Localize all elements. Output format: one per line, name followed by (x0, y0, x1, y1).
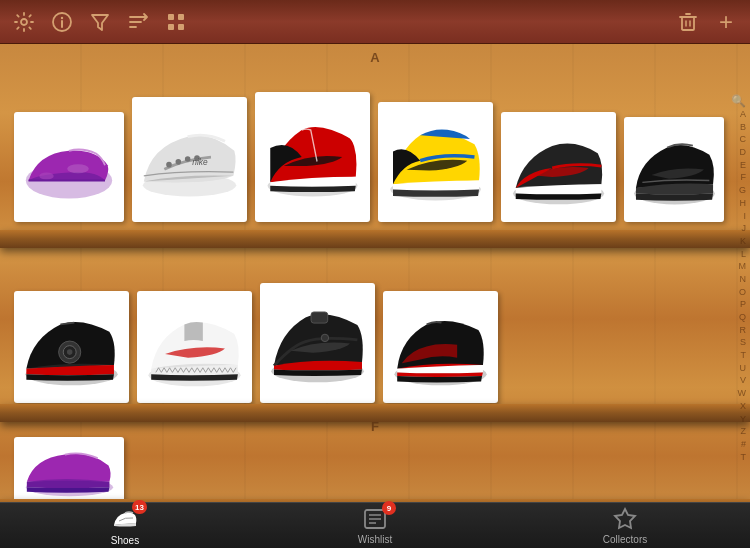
tab-collectors[interactable]: Collectors (585, 506, 665, 545)
settings-icon[interactable] (12, 10, 36, 34)
alpha-m[interactable]: M (731, 261, 746, 273)
svg-point-23 (184, 156, 190, 162)
svg-rect-36 (311, 312, 328, 323)
tab-shoes-label: Shoes (111, 535, 139, 546)
alpha-p[interactable]: P (731, 299, 746, 311)
svg-rect-12 (682, 17, 694, 30)
alpha-r[interactable]: R (731, 325, 746, 337)
alpha-v[interactable]: V (731, 375, 746, 387)
shelf-area: 🔍 A B C D E F G H I J K L M N O P Q R S … (0, 44, 750, 502)
tab-wishlist-icon-wrap: 9 (362, 506, 388, 532)
grid-icon[interactable] (164, 10, 188, 34)
svg-point-21 (166, 161, 172, 167)
svg-rect-11 (178, 24, 184, 30)
alpha-d[interactable]: D (731, 147, 746, 159)
alpha-f[interactable]: F (731, 172, 746, 184)
tab-wishlist-label: Wishlist (358, 534, 392, 545)
alpha-c[interactable]: C (731, 134, 746, 146)
shoe-item[interactable] (378, 102, 493, 222)
alpha-hash[interactable]: # (731, 439, 746, 451)
alpha-i[interactable]: I (731, 211, 746, 223)
svg-point-3 (61, 16, 63, 18)
shoe-item[interactable] (260, 283, 375, 403)
shoe-item[interactable] (501, 112, 616, 222)
shoe-item[interactable] (383, 291, 498, 403)
tab-wishlist[interactable]: 9 Wishlist (335, 506, 415, 545)
alpha-u[interactable]: U (731, 363, 746, 375)
alpha-g[interactable]: G (731, 185, 746, 197)
shoe-item[interactable]: nike (132, 97, 247, 222)
alpha-s[interactable]: S (731, 337, 746, 349)
tab-collectors-label: Collectors (603, 534, 647, 545)
svg-marker-44 (615, 509, 635, 528)
alpha-y[interactable]: Y (731, 414, 746, 426)
alpha-o[interactable]: O (731, 287, 746, 299)
svg-text:nike: nike (192, 156, 208, 166)
shelf-row-2 (0, 248, 750, 403)
svg-rect-9 (178, 14, 184, 20)
alpha-h[interactable]: H (731, 198, 746, 210)
toolbar-left (12, 10, 188, 34)
svg-point-37 (321, 334, 328, 341)
alpha-a[interactable]: A (731, 109, 746, 121)
svg-point-0 (21, 19, 27, 25)
svg-marker-4 (92, 15, 108, 30)
toolbar-right: + (676, 10, 738, 34)
alpha-e[interactable]: E (731, 160, 746, 172)
shoe-item[interactable] (14, 437, 124, 502)
alpha-index: 🔍 A B C D E F G H I J K L M N O P Q R S … (731, 94, 746, 463)
alpha-k[interactable]: K (731, 236, 746, 248)
shelf-plank-1 (0, 230, 750, 248)
alpha-q[interactable]: Q (731, 312, 746, 324)
sort-icon[interactable] (126, 10, 150, 34)
svg-rect-8 (168, 14, 174, 20)
tab-shoes-badge: 13 (132, 500, 147, 514)
svg-rect-10 (168, 24, 174, 30)
tab-shoes-icon-wrap: 13 (111, 505, 139, 533)
alpha-x[interactable]: X (731, 401, 746, 413)
shoe-item[interactable] (14, 291, 129, 403)
svg-point-19 (67, 164, 89, 173)
toolbar: + (0, 0, 750, 44)
shoe-item[interactable] (255, 92, 370, 222)
shoe-item[interactable] (137, 291, 252, 403)
alpha-j[interactable]: J (731, 223, 746, 235)
shelf-row-3 (0, 430, 750, 502)
alpha-n[interactable]: N (731, 274, 746, 286)
alpha-b[interactable]: B (731, 122, 746, 134)
alpha-t-bottom[interactable]: T (731, 452, 746, 464)
shoe-item[interactable] (624, 117, 724, 222)
svg-point-22 (175, 159, 181, 165)
tab-wishlist-badge: 9 (382, 501, 396, 515)
tab-bar: 13 Shoes 9 Wishlist Collectors (0, 502, 750, 548)
filter-icon[interactable] (88, 10, 112, 34)
add-button[interactable]: + (714, 10, 738, 34)
tab-collectors-icon-wrap (612, 506, 638, 532)
svg-point-33 (66, 349, 72, 355)
alpha-l[interactable]: L (731, 249, 746, 261)
search-icon-alpha[interactable]: 🔍 (731, 94, 746, 108)
svg-point-18 (39, 172, 53, 179)
tab-shoes[interactable]: 13 Shoes (85, 505, 165, 546)
shoe-item[interactable] (14, 112, 124, 222)
shelf-row-1: nike (0, 62, 750, 222)
info-icon[interactable] (50, 10, 74, 34)
alpha-t[interactable]: T (731, 350, 746, 362)
alpha-z[interactable]: Z (731, 426, 746, 438)
trash-icon[interactable] (676, 10, 700, 34)
alpha-w[interactable]: W (731, 388, 746, 400)
